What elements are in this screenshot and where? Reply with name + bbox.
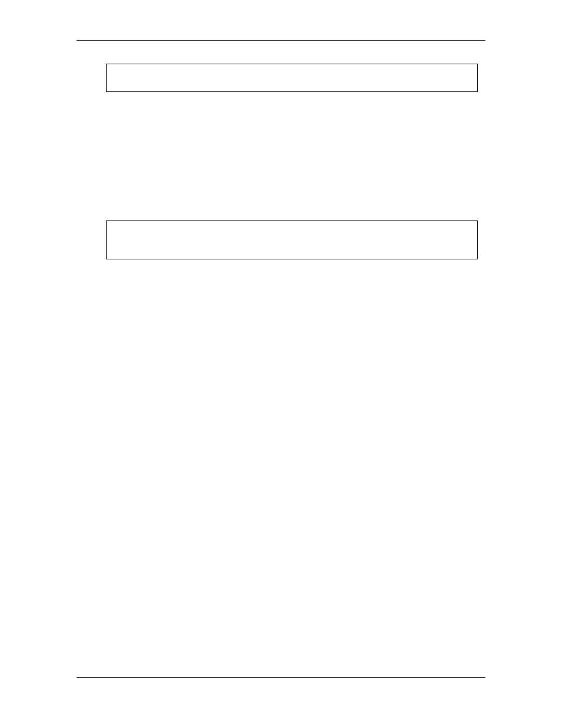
content-box-2 [106, 220, 478, 259]
content-box-1 [106, 64, 478, 92]
footer-rule [77, 677, 485, 678]
header-rule [77, 40, 485, 41]
